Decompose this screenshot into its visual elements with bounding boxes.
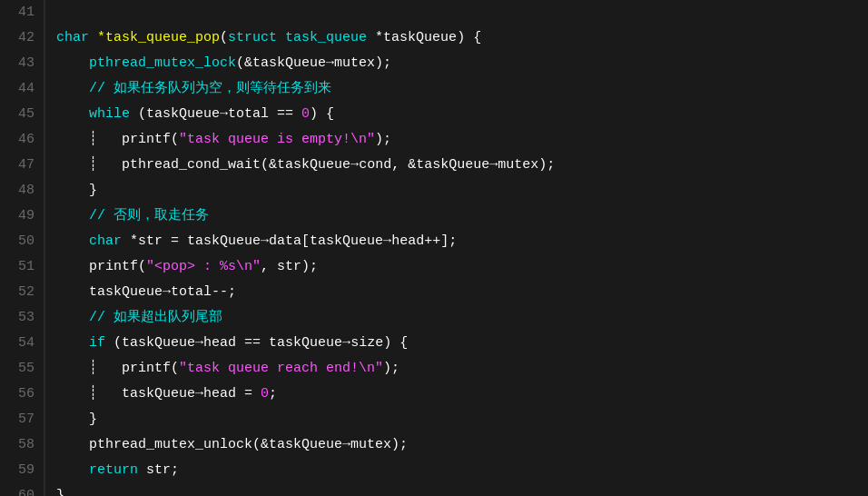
code-token: ) {: [310, 106, 334, 122]
code-token: (: [220, 30, 228, 45]
code-token: ┊ taskQueue: [56, 386, 195, 402]
line-number: 41: [9, 0, 35, 25]
code-line: ┊ taskQueue→head = 0;: [56, 382, 868, 407]
line-number: 48: [9, 178, 35, 203]
code-line: // 否则，取走任务: [56, 203, 868, 229]
code-token: cond, &taskQueue: [359, 157, 489, 173]
code-token: data[taskQueue: [269, 233, 383, 249]
code-token: str;: [138, 462, 179, 478]
code-token: →: [195, 335, 203, 351]
code-token: printf(: [56, 259, 146, 274]
code-token: "task queue is empty!\n": [179, 132, 375, 147]
code-token: "<pop> : %s\n": [146, 259, 261, 274]
code-token: →: [350, 157, 359, 173]
code-token: →: [383, 233, 391, 249]
line-number: 54: [9, 331, 35, 356]
code-token: struct: [228, 30, 285, 45]
code-token: return: [89, 462, 138, 478]
code-token: taskQueue: [56, 284, 163, 300]
code-token: →: [342, 437, 350, 452]
code-token: (taskQueue: [105, 335, 195, 351]
code-token: total ==: [228, 106, 301, 122]
line-number: 49: [9, 203, 35, 229]
code-token: if: [89, 335, 105, 351]
code-token: 0: [301, 106, 310, 122]
code-token: }: [56, 412, 97, 427]
code-token: // 如果超出队列尾部: [56, 310, 222, 325]
code-token: ;: [269, 386, 277, 402]
code-line: taskQueue→total--;: [56, 280, 868, 305]
code-token: mutex);: [334, 55, 391, 71]
code-token: →: [220, 106, 228, 122]
code-token: ) {: [457, 30, 481, 45]
code-token: *task_queue_pop: [97, 30, 220, 45]
line-number: 55: [9, 356, 35, 382]
code-token: ┊ printf(: [56, 132, 179, 147]
code-token: mutex);: [350, 437, 408, 452]
line-number: 58: [9, 432, 35, 458]
code-token: →: [163, 284, 171, 300]
code-token: }: [56, 488, 64, 496]
line-number: 51: [9, 254, 35, 280]
line-number: 44: [9, 76, 35, 102]
code-token: head++];: [391, 233, 457, 249]
code-line: pthread_mutex_unlock(&taskQueue→mutex);: [56, 432, 868, 458]
code-token: );: [383, 361, 399, 376]
code-content: char *task_queue_pop(struct task_queue *…: [45, 0, 868, 496]
line-number: 59: [9, 458, 35, 483]
code-token: , str);: [261, 259, 318, 274]
code-token: // 如果任务队列为空，则等待任务到来: [56, 81, 331, 96]
code-token: ┊ pthread_cond_wait: [56, 157, 261, 173]
code-token: [56, 106, 89, 122]
code-token: (taskQueue: [130, 106, 220, 122]
code-editor: 4142434445464748495051525354555657585960…: [0, 0, 868, 496]
code-line: }: [56, 178, 868, 203]
code-line: // 如果超出队列尾部: [56, 305, 868, 331]
line-number: 56: [9, 382, 35, 407]
code-token: [56, 462, 89, 478]
code-token: while: [89, 106, 130, 122]
code-line: return str;: [56, 458, 868, 483]
code-token: head == taskQueue: [203, 335, 342, 351]
code-line: char *task_queue_pop(struct task_queue *…: [56, 25, 868, 51]
code-token: pthread_mutex_unlock: [56, 437, 252, 452]
code-token: head =: [203, 386, 261, 402]
code-line: }: [56, 407, 868, 432]
code-line: char *str = taskQueue→data[taskQueue→hea…: [56, 229, 868, 254]
line-number: 57: [9, 407, 35, 432]
code-token: *taskQueue: [375, 30, 457, 45]
code-token: →: [326, 55, 334, 71]
code-token: 0: [261, 386, 269, 402]
code-line: ┊ printf("task queue is empty!\n");: [56, 127, 868, 153]
code-token: (&taskQueue: [261, 157, 350, 173]
line-number-gutter: 4142434445464748495051525354555657585960: [0, 0, 45, 496]
line-number: 43: [9, 51, 35, 76]
code-token: →: [489, 157, 498, 173]
code-token: →: [342, 335, 350, 351]
code-line: pthread_mutex_lock(&taskQueue→mutex);: [56, 51, 868, 76]
code-token: pthread_mutex_lock: [56, 55, 236, 71]
code-token: }: [56, 183, 97, 198]
code-line: ┊ printf("task queue reach end!\n");: [56, 356, 868, 382]
code-line: while (taskQueue→total == 0) {: [56, 102, 868, 127]
code-token: *str = taskQueue: [122, 233, 261, 249]
line-number: 53: [9, 305, 35, 331]
code-token: ┊ printf(: [56, 361, 179, 376]
code-token: // 否则，取走任务: [56, 208, 209, 223]
code-token: "task queue reach end!\n": [179, 361, 383, 376]
code-token: →: [261, 233, 269, 249]
code-token: →: [195, 386, 203, 402]
code-line: [56, 0, 868, 25]
code-line: printf("<pop> : %s\n", str);: [56, 254, 868, 280]
code-token: [56, 335, 89, 351]
code-line: }: [56, 483, 868, 496]
code-token: size) {: [350, 335, 408, 351]
code-line: if (taskQueue→head == taskQueue→size) {: [56, 331, 868, 356]
code-line: ┊ pthread_cond_wait(&taskQueue→cond, &ta…: [56, 153, 868, 178]
code-token: task_queue: [285, 30, 375, 45]
line-number: 60: [9, 483, 35, 496]
code-line: // 如果任务队列为空，则等待任务到来: [56, 76, 868, 102]
line-number: 52: [9, 280, 35, 305]
line-number: 46: [9, 127, 35, 153]
code-token: total--;: [171, 284, 236, 300]
